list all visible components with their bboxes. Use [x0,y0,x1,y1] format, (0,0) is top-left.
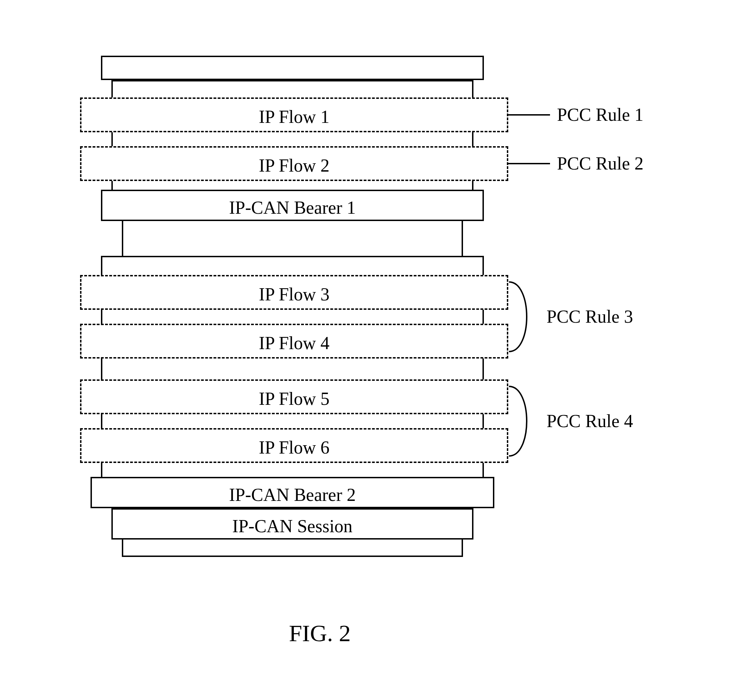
session-label-box: IP-CAN Session [111,508,473,540]
pcc-rule-1-connector [508,114,550,115]
ip-flow-2-box: IP Flow 2 [80,146,508,181]
diagram-canvas: IP Flow 1 PCC Rule 1 IP Flow 2 PCC Rule … [0,0,730,700]
ip-flow-1-box: IP Flow 1 [80,98,508,132]
pcc-rule-3-label: PCC Rule 3 [546,306,633,327]
bearer2-label-box: IP-CAN Bearer 2 [91,477,494,508]
bearer2-label: IP-CAN Bearer 2 [92,484,493,505]
ip-flow-3-box: IP Flow 3 [80,275,508,310]
bearer1-to-session-right [461,221,463,256]
bearer1-to-session-left [122,221,123,256]
ip-flow-2-label: IP Flow 2 [82,155,507,176]
pcc-rule-2-label: PCC Rule 2 [557,153,644,174]
ip-flow-1-label: IP Flow 1 [82,106,507,127]
session-bottom-bar [122,556,463,557]
session-label: IP-CAN Session [113,516,472,537]
bearer1-label: IP-CAN Bearer 1 [102,197,482,218]
pcc-rule-4-label: PCC Rule 4 [546,411,633,431]
pcc-rule-4-brace [508,383,540,459]
pcc-rule-2-connector [508,163,550,164]
figure-label: FIG. 2 [289,620,351,647]
pcc-rule-1-label: PCC Rule 1 [557,104,644,125]
session-left-stub [122,540,123,557]
bearer1-label-box: IP-CAN Bearer 1 [101,190,484,221]
ip-flow-4-label: IP Flow 4 [82,333,507,353]
ip-flow-4-box: IP Flow 4 [80,324,508,359]
pcc-rule-3-brace [508,279,540,355]
ip-flow-6-box: IP Flow 6 [80,428,508,463]
bearer1-outer-top [101,56,484,80]
session-right-stub [461,540,463,557]
ip-flow-5-box: IP Flow 5 [80,379,508,414]
ip-flow-6-label: IP Flow 6 [82,437,507,458]
ip-flow-5-label: IP Flow 5 [82,388,507,409]
ip-flow-3-label: IP Flow 3 [82,284,507,305]
